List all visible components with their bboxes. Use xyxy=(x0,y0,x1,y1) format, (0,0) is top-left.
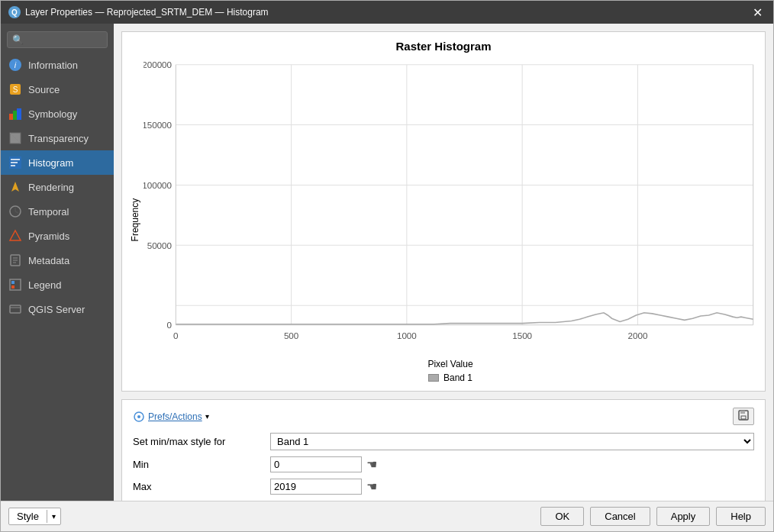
sidebar-item-source[interactable]: S Source xyxy=(1,77,114,102)
information-icon: i xyxy=(8,58,22,72)
max-input[interactable] xyxy=(270,479,362,495)
sidebar-item-transparency[interactable]: Transparency xyxy=(1,126,114,150)
svg-text:500: 500 xyxy=(284,330,299,340)
svg-rect-51 xyxy=(740,411,745,414)
svg-text:150000: 150000 xyxy=(144,120,173,130)
sidebar-label-temporal: Temporal xyxy=(28,206,69,218)
svg-rect-24 xyxy=(10,305,21,313)
svg-text:2000: 2000 xyxy=(627,330,647,340)
style-button[interactable]: Style ▾ xyxy=(8,508,61,525)
svg-rect-22 xyxy=(11,281,15,284)
metadata-icon xyxy=(8,253,22,267)
chart-title: Raster Histogram xyxy=(130,40,757,53)
chart-area: Frequency xyxy=(130,56,757,383)
svg-marker-16 xyxy=(10,231,21,240)
svg-text:200000: 200000 xyxy=(144,60,173,69)
svg-text:50000: 50000 xyxy=(147,240,173,250)
legend-label: Band 1 xyxy=(443,372,472,383)
sidebar-label-rendering: Rendering xyxy=(28,182,74,193)
qgis-server-icon xyxy=(8,302,22,316)
svg-rect-23 xyxy=(11,285,15,289)
style-label: Style xyxy=(9,508,47,524)
source-icon: S xyxy=(8,82,22,96)
sidebar-item-histogram[interactable]: Histogram xyxy=(1,150,114,175)
sidebar-item-rendering[interactable]: Rendering xyxy=(1,175,114,199)
sidebar-label-information: Information xyxy=(28,60,78,71)
min-input[interactable] xyxy=(270,456,362,472)
svg-text:S: S xyxy=(13,85,18,94)
sidebar-label-pyramids: Pyramids xyxy=(28,231,69,242)
title-bar: Q Layer Properties — Reprojected_SRTM_DE… xyxy=(1,1,773,24)
sidebar-item-temporal[interactable]: Temporal xyxy=(1,199,114,224)
chart-svg: 200000 150000 100000 50000 0 0 500 1000 … xyxy=(144,56,757,357)
content-area: Raster Histogram Frequency xyxy=(114,24,773,501)
svg-text:0: 0 xyxy=(173,330,179,340)
svg-point-49 xyxy=(137,415,140,418)
bottom-panel: Prefs/Actions ▾ Set min/max style for Ba… xyxy=(121,399,766,501)
main-content: 🔍 i Information S Source Symbology xyxy=(1,24,773,501)
sidebar: 🔍 i Information S Source Symbology xyxy=(1,24,114,501)
app-icon: Q xyxy=(8,6,21,18)
sidebar-label-transparency: Transparency xyxy=(28,133,89,144)
prefs-link[interactable]: Prefs/Actions xyxy=(148,411,202,422)
legend-color-box xyxy=(428,374,439,382)
title-bar-left: Q Layer Properties — Reprojected_SRTM_DE… xyxy=(8,6,269,18)
chart-legend: Band 1 xyxy=(144,372,757,383)
sidebar-item-symbology[interactable]: Symbology xyxy=(1,102,114,126)
sidebar-label-symbology: Symbology xyxy=(28,108,77,120)
band-select[interactable]: Band 1 xyxy=(270,433,754,450)
sidebar-label-legend: Legend xyxy=(28,279,61,291)
histogram-icon xyxy=(8,156,22,169)
footer-actions: OK Cancel Apply Help xyxy=(540,507,766,526)
band-select-wrapper: Band 1 xyxy=(270,433,754,450)
svg-rect-6 xyxy=(17,108,21,120)
window-title: Layer Properties — Reprojected_SRTM_DEM … xyxy=(25,7,269,18)
sidebar-item-legend[interactable]: Legend xyxy=(1,272,114,297)
min-row: Min ☚ xyxy=(133,456,754,472)
max-reset-icon[interactable]: ☚ xyxy=(366,479,377,494)
apply-button[interactable]: Apply xyxy=(656,507,711,526)
prefs-row: Prefs/Actions ▾ xyxy=(133,408,754,425)
max-row: Max ☚ xyxy=(133,479,754,495)
pyramids-icon xyxy=(8,229,22,243)
save-icon xyxy=(738,410,749,421)
max-label: Max xyxy=(133,481,270,492)
legend-icon xyxy=(8,278,22,292)
style-arrow-icon: ▾ xyxy=(47,510,60,523)
chart-inner: 200000 150000 100000 50000 0 0 500 1000 … xyxy=(144,56,757,383)
svg-text:0: 0 xyxy=(167,320,173,330)
close-button[interactable]: ✕ xyxy=(750,4,766,21)
min-label: Min xyxy=(133,459,270,470)
search-input[interactable] xyxy=(27,34,102,45)
save-button[interactable] xyxy=(733,408,754,425)
svg-line-15 xyxy=(15,211,18,213)
prefs-arrow: ▾ xyxy=(205,412,209,421)
sidebar-item-metadata[interactable]: Metadata xyxy=(1,248,114,272)
sidebar-item-information[interactable]: i Information xyxy=(1,53,114,77)
min-reset-icon[interactable]: ☚ xyxy=(366,457,377,472)
sidebar-label-qgis-server: QGIS Server xyxy=(28,304,85,315)
cancel-button[interactable]: Cancel xyxy=(590,507,650,526)
prefs-icon xyxy=(133,411,145,423)
sidebar-label-histogram: Histogram xyxy=(28,157,73,169)
search-box[interactable]: 🔍 xyxy=(7,31,108,48)
sidebar-item-qgis-server[interactable]: QGIS Server xyxy=(1,297,114,321)
symbology-icon xyxy=(8,107,22,121)
help-button[interactable]: Help xyxy=(716,507,766,526)
set-minmax-row: Set min/max style for Band 1 xyxy=(133,433,754,450)
sidebar-item-pyramids[interactable]: Pyramids xyxy=(1,224,114,248)
rendering-icon xyxy=(8,180,22,194)
sidebar-label-metadata: Metadata xyxy=(28,255,69,266)
footer: Style ▾ OK Cancel Apply Help xyxy=(1,501,773,531)
svg-text:1500: 1500 xyxy=(512,330,532,340)
transparency-icon xyxy=(8,131,22,145)
search-icon: 🔍 xyxy=(12,34,24,45)
set-minmax-label: Set min/max style for xyxy=(133,436,270,447)
sidebar-label-source: Source xyxy=(28,84,60,95)
svg-text:100000: 100000 xyxy=(144,180,173,190)
y-axis-label: Frequency xyxy=(130,56,140,383)
svg-text:1000: 1000 xyxy=(397,330,417,340)
temporal-icon xyxy=(8,205,22,218)
chart-container: Raster Histogram Frequency xyxy=(121,31,766,392)
ok-button[interactable]: OK xyxy=(540,507,584,526)
